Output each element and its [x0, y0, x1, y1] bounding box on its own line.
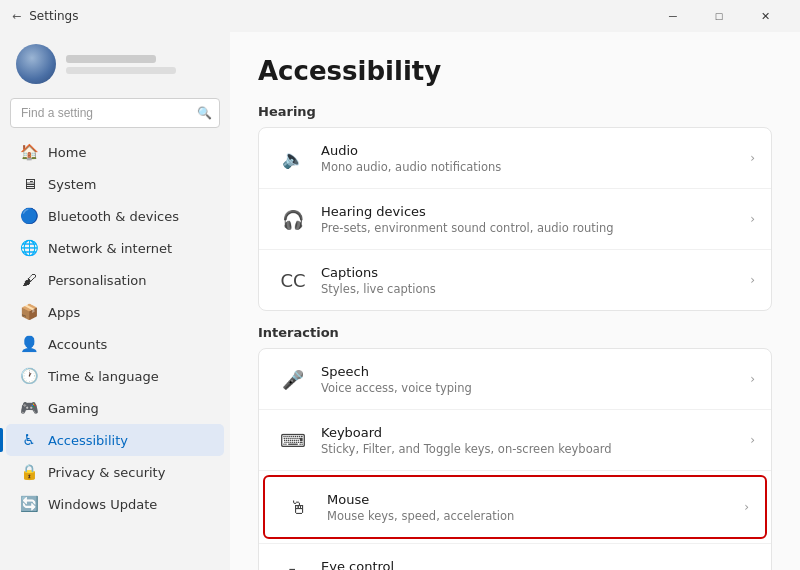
sidebar-item-label-windows-update: Windows Update	[48, 497, 212, 512]
system-icon: 🖥	[20, 175, 38, 193]
bluetooth-icon: 🔵	[20, 207, 38, 225]
section-hearing: Hearing🔈AudioMono audio, audio notificat…	[258, 104, 772, 311]
settings-row-keyboard[interactable]: ⌨KeyboardSticky, Filter, and Toggle keys…	[259, 410, 771, 471]
section-label-hearing: Hearing	[258, 104, 772, 119]
privacy-icon: 🔒	[20, 463, 38, 481]
audio-icon: 🔈	[275, 140, 311, 176]
profile-text	[66, 55, 176, 74]
sidebar-item-gaming[interactable]: 🎮Gaming	[6, 392, 224, 424]
sidebar-item-label-time: Time & language	[48, 369, 212, 384]
audio-subtitle: Mono audio, audio notifications	[321, 160, 740, 174]
sidebar-item-label-personalisation: Personalisation	[48, 273, 212, 288]
sidebar-item-label-accounts: Accounts	[48, 337, 212, 352]
sidebar-item-label-network: Network & internet	[48, 241, 212, 256]
speech-subtitle: Voice access, voice typing	[321, 381, 740, 395]
apps-icon: 📦	[20, 303, 38, 321]
maximize-button[interactable]: □	[696, 0, 742, 32]
profile-email	[66, 67, 176, 74]
speech-icon: 🎤	[275, 361, 311, 397]
sidebar-item-system[interactable]: 🖥System	[6, 168, 224, 200]
sidebar-item-time[interactable]: 🕐Time & language	[6, 360, 224, 392]
keyboard-icon: ⌨	[275, 422, 311, 458]
title-bar: ← Settings ─ □ ✕	[0, 0, 800, 32]
settings-row-speech[interactable]: 🎤SpeechVoice access, voice typing›	[259, 349, 771, 410]
settings-row-eye-control[interactable]: 👁Eye controlEye tracker, text-to-speech›	[259, 544, 771, 570]
speech-title: Speech	[321, 364, 740, 379]
sidebar-item-windows-update[interactable]: 🔄Windows Update	[6, 488, 224, 520]
sidebar-item-bluetooth[interactable]: 🔵Bluetooth & devices	[6, 200, 224, 232]
sidebar-item-accessibility[interactable]: ♿Accessibility	[6, 424, 224, 456]
accessibility-icon: ♿	[20, 431, 38, 449]
personalisation-icon: 🖌	[20, 271, 38, 289]
window-controls: ─ □ ✕	[650, 0, 788, 32]
captions-subtitle: Styles, live captions	[321, 282, 740, 296]
title-bar-label: Settings	[29, 9, 650, 23]
minimize-button[interactable]: ─	[650, 0, 696, 32]
hearing-devices-title: Hearing devices	[321, 204, 740, 219]
app-body: 🔍 🏠Home🖥System🔵Bluetooth & devices🌐Netwo…	[0, 32, 800, 570]
section-interaction: Interaction🎤SpeechVoice access, voice ty…	[258, 325, 772, 570]
hearing-devices-icon: 🎧	[275, 201, 311, 237]
content-area: Accessibility Hearing🔈AudioMono audio, a…	[230, 32, 800, 570]
mouse-chevron-icon: ›	[744, 500, 749, 514]
mouse-subtitle: Mouse keys, speed, acceleration	[327, 509, 734, 523]
sidebar-item-home[interactable]: 🏠Home	[6, 136, 224, 168]
sidebar-item-label-home: Home	[48, 145, 212, 160]
network-icon: 🌐	[20, 239, 38, 257]
mouse-icon: 🖱	[281, 489, 317, 525]
audio-title: Audio	[321, 143, 740, 158]
settings-row-captions[interactable]: CCCaptionsStyles, live captions›	[259, 250, 771, 310]
card-hearing: 🔈AudioMono audio, audio notifications›🎧H…	[258, 127, 772, 311]
card-interaction: 🎤SpeechVoice access, voice typing›⌨Keybo…	[258, 348, 772, 570]
hearing-devices-chevron-icon: ›	[750, 212, 755, 226]
speech-chevron-icon: ›	[750, 372, 755, 386]
profile-name	[66, 55, 156, 63]
sidebar-item-accounts[interactable]: 👤Accounts	[6, 328, 224, 360]
back-button[interactable]: ←	[12, 10, 21, 23]
search-container: 🔍	[10, 98, 220, 128]
sections-container: Hearing🔈AudioMono audio, audio notificat…	[258, 104, 772, 570]
eye-control-title: Eye control	[321, 559, 740, 571]
keyboard-subtitle: Sticky, Filter, and Toggle keys, on-scre…	[321, 442, 740, 456]
sidebar-item-privacy[interactable]: 🔒Privacy & security	[6, 456, 224, 488]
settings-row-audio[interactable]: 🔈AudioMono audio, audio notifications›	[259, 128, 771, 189]
sidebar-item-label-system: System	[48, 177, 212, 192]
sidebar-item-label-accessibility: Accessibility	[48, 433, 212, 448]
home-icon: 🏠	[20, 143, 38, 161]
avatar	[16, 44, 56, 84]
hearing-devices-subtitle: Pre-sets, environment sound control, aud…	[321, 221, 740, 235]
keyboard-title: Keyboard	[321, 425, 740, 440]
settings-row-hearing-devices[interactable]: 🎧Hearing devicesPre-sets, environment so…	[259, 189, 771, 250]
nav-list: 🏠Home🖥System🔵Bluetooth & devices🌐Network…	[0, 136, 230, 520]
settings-row-mouse[interactable]: 🖱MouseMouse keys, speed, acceleration›	[263, 475, 767, 539]
section-label-interaction: Interaction	[258, 325, 772, 340]
keyboard-chevron-icon: ›	[750, 433, 755, 447]
captions-icon: CC	[275, 262, 311, 298]
page-title: Accessibility	[258, 56, 772, 86]
sidebar-item-network[interactable]: 🌐Network & internet	[6, 232, 224, 264]
sidebar-item-personalisation[interactable]: 🖌Personalisation	[6, 264, 224, 296]
sidebar-item-label-bluetooth: Bluetooth & devices	[48, 209, 212, 224]
sidebar-item-label-privacy: Privacy & security	[48, 465, 212, 480]
sidebar-profile	[0, 32, 230, 92]
sidebar-item-apps[interactable]: 📦Apps	[6, 296, 224, 328]
eye-control-icon: 👁	[275, 556, 311, 570]
sidebar: 🔍 🏠Home🖥System🔵Bluetooth & devices🌐Netwo…	[0, 32, 230, 570]
search-input[interactable]	[10, 98, 220, 128]
gaming-icon: 🎮	[20, 399, 38, 417]
close-button[interactable]: ✕	[742, 0, 788, 32]
time-icon: 🕐	[20, 367, 38, 385]
captions-title: Captions	[321, 265, 740, 280]
audio-chevron-icon: ›	[750, 151, 755, 165]
windows-update-icon: 🔄	[20, 495, 38, 513]
captions-chevron-icon: ›	[750, 273, 755, 287]
mouse-title: Mouse	[327, 492, 734, 507]
accounts-icon: 👤	[20, 335, 38, 353]
sidebar-item-label-gaming: Gaming	[48, 401, 212, 416]
sidebar-item-label-apps: Apps	[48, 305, 212, 320]
search-icon: 🔍	[197, 106, 212, 120]
